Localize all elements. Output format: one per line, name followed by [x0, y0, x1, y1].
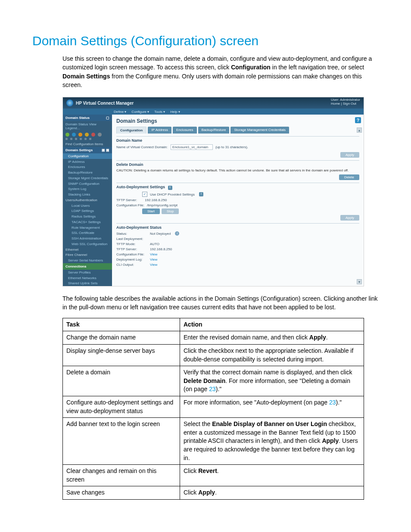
status-unknown-icon [98, 133, 102, 137]
apply-button[interactable]: Apply [340, 215, 359, 221]
sidebar-find-config[interactable]: Find Configuration Items [63, 141, 112, 147]
tftp-server2-label: TFTP Server: [116, 247, 147, 251]
tab-backup[interactable]: Backup/Restore [198, 127, 230, 134]
status-value: Not Deployed [150, 232, 171, 236]
signout-link[interactable]: Sign Out [343, 102, 356, 106]
delete-button[interactable]: Delete [339, 174, 359, 180]
config-file-label: Configuration File: [116, 203, 144, 207]
sidebar-item-ldap[interactable]: LDAP Settings [63, 208, 112, 214]
action-text: Enter the revised domain name, and then … [184, 334, 309, 341]
action-text: . [215, 489, 217, 496]
action-bold: Delete Domain [184, 377, 225, 384]
tab-enclosures[interactable]: Enclosures [173, 127, 197, 134]
scroll-up-icon[interactable]: ▴ [357, 128, 362, 133]
action-bold: Apply [198, 489, 215, 496]
page-ref-link[interactable]: 23 [209, 386, 216, 392]
tab-ipaddress[interactable]: IP Address [148, 127, 171, 134]
sidebar-item-ssl[interactable]: SSL Certificate [63, 230, 112, 236]
tftp-mode-value: AUTO [150, 242, 159, 246]
action-bold: Revert [198, 467, 217, 474]
sidebar-item-radius[interactable]: Radius Settings [63, 214, 112, 219]
sidebar-group-ethernet[interactable]: Ethernet [63, 247, 112, 252]
action-cell: Click Revert. [180, 465, 364, 486]
app-title: HP Virtual Connect Manager [76, 101, 134, 106]
sidebar-item-server-profiles[interactable]: Server Profiles [63, 270, 112, 275]
dhcp-label: Use DHCP Provided Settings [150, 193, 195, 196]
titlebar: HP Virtual Connect Manager User: Adminis… [63, 97, 364, 109]
help-icon[interactable]: ? [355, 117, 361, 123]
sidebar-item-backup[interactable]: Backup/Restore [63, 170, 112, 175]
sidebar-item-shared-uplink[interactable]: Shared Uplink Sets [63, 280, 112, 286]
menu-help[interactable]: Help ▾ [170, 110, 180, 114]
apply-button[interactable]: Apply [340, 152, 359, 158]
sidebar-item-ssh[interactable]: SSH Administration [63, 236, 112, 241]
panel-title-autodep: Auto-Deployment Settings i [116, 185, 359, 190]
menu-tools[interactable]: Tools ▾ [154, 110, 165, 114]
start-button[interactable]: Start [142, 208, 160, 214]
sidebar-domain-settings-header[interactable]: Domain Settings▣ ▣ [63, 147, 112, 153]
info-icon[interactable]: i [168, 186, 172, 190]
tftp-server-label: TFTP Server: [116, 198, 142, 202]
panel-autodeploy-settings: Auto-Deployment Settings i ✓ Use DHCP Pr… [116, 183, 359, 220]
scroll-down-icon[interactable]: ▾ [357, 279, 362, 284]
sidebar-item-eth-networks[interactable]: Ethernet Networks [63, 275, 112, 281]
caution-text: CAUTION: Deleting a domain returns all s… [116, 168, 359, 172]
sidebar-status-links[interactable]: Domain Status View Legend... [63, 121, 112, 131]
domain-name-input[interactable]: Enclosure1_vc_domain [171, 144, 213, 150]
page-ref-link[interactable]: 23 [329, 399, 336, 406]
sidebar-item-snmp[interactable]: SNMP Configuration [63, 181, 112, 187]
status-info-icon [72, 133, 76, 137]
page-title: Domain Settings (Configuration) screen [32, 34, 379, 48]
sidebar-domain-status-header[interactable]: Domain Status▢ [63, 115, 112, 121]
panel-delete-domain: Delete Domain CAUTION: Deleting a domain… [116, 160, 359, 179]
sidebar-item-ipaddress[interactable]: IP Address [63, 159, 112, 165]
menu-configure[interactable]: Configure ▾ [131, 110, 149, 114]
sidebar-item-webssl[interactable]: Web SSL Configuration [63, 241, 112, 247]
task-cell: Save changes [63, 486, 180, 500]
menu-define[interactable]: Define ▾ [114, 110, 126, 114]
user-label: User: [331, 98, 339, 102]
sidebar-item-tacacs[interactable]: TACACS+ Settings [63, 219, 112, 225]
view-link[interactable]: View [150, 252, 157, 256]
table-header-action: Action [180, 318, 364, 331]
view-link[interactable]: View [150, 263, 157, 267]
sidebar-connections-header[interactable]: Connections [63, 263, 112, 270]
table-row: Configure auto-deployment settings and v… [63, 396, 364, 417]
info-icon[interactable]: i [199, 192, 203, 196]
action-cell: Click the checkbox next to the appropria… [180, 344, 364, 366]
sidebar-item-serials[interactable]: Server Serial Numbers [63, 258, 112, 263]
action-text: Click [184, 489, 198, 496]
panel-title-domain-name: Domain Name [116, 138, 359, 143]
intro-paragraph: Use this screen to change the domain nam… [62, 54, 379, 89]
sidebar-item-rolemgmt[interactable]: Role Management [63, 225, 112, 230]
panel-title-autostatus: Auto-Deployment Status [116, 225, 359, 230]
dhcp-checkbox[interactable]: ✓ [142, 192, 147, 197]
tab-configuration[interactable]: Configuration [116, 127, 146, 134]
action-cell: Enter the revised domain name, and then … [180, 331, 364, 345]
sidebar-item-enclosures[interactable]: Enclosures [63, 164, 112, 170]
table-header-row: Task Action [63, 318, 364, 331]
panel-title-delete: Delete Domain [116, 162, 359, 167]
sidebar-item-storage-creds[interactable]: Storage Mgmt Credentials [63, 175, 112, 181]
task-cell: Add banner text to the login screen [63, 418, 180, 465]
action-cell: Select the Enable Display of Banner on U… [180, 418, 364, 465]
stop-button[interactable]: Stop [162, 208, 179, 214]
action-text: . [326, 334, 328, 341]
action-cell: For more information, see "Auto-deployme… [180, 396, 364, 417]
sidebar-item-stacking[interactable]: Stacking Links [63, 192, 112, 197]
view-link[interactable]: View [150, 258, 157, 261]
action-text: . [217, 467, 219, 474]
table-row: Add banner text to the login screen Sele… [63, 418, 364, 465]
sidebar-group-users[interactable]: Users/Authentication [63, 197, 112, 203]
home-link[interactable]: Home [331, 102, 340, 106]
status-error-icon [91, 133, 95, 137]
action-bold: Enable Display of Banner on User Login [212, 420, 327, 427]
info-icon[interactable]: i [175, 231, 179, 236]
status-warn-icon [78, 133, 82, 137]
tab-storage-creds[interactable]: Storage Management Credentials [230, 127, 289, 134]
sidebar-status-counts [63, 138, 112, 141]
sidebar-group-fibre[interactable]: Fibre Channel [63, 252, 112, 258]
sidebar-item-localusers[interactable]: Local Users [63, 203, 112, 208]
sidebar-item-configuration[interactable]: Configuration [63, 153, 112, 159]
sidebar-item-syslog[interactable]: System Log [63, 186, 112, 192]
